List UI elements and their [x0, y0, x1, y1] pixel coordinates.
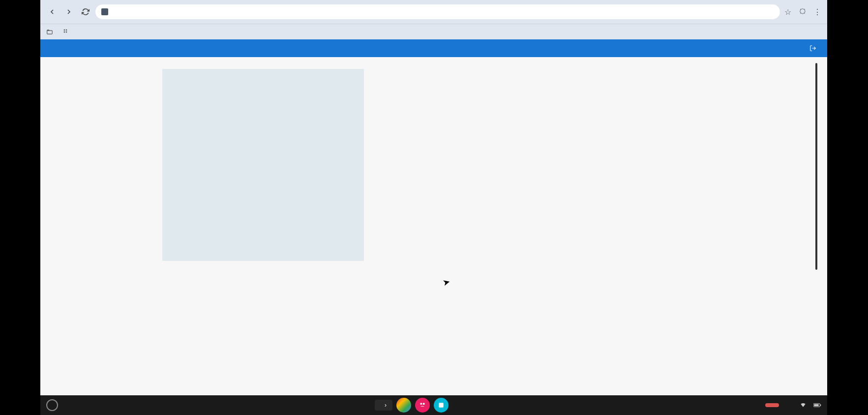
- site-icon: [101, 8, 108, 15]
- wifi-icon[interactable]: [800, 401, 807, 410]
- inequality-graph: [162, 69, 364, 261]
- launcher-button[interactable]: [46, 399, 58, 411]
- svg-rect-2: [64, 31, 65, 32]
- menu-icon[interactable]: ⋮: [812, 7, 822, 17]
- chrome-app-icon[interactable]: [396, 398, 411, 413]
- bookmarks-bar: [40, 24, 827, 39]
- chevron-right-icon: ›: [385, 402, 387, 409]
- browser-toolbar: ☆ ⋮: [40, 0, 827, 24]
- svg-rect-0: [64, 29, 65, 30]
- svg-point-5: [423, 403, 425, 405]
- extensions-icon[interactable]: [798, 7, 808, 17]
- desk-switcher[interactable]: ›: [375, 400, 392, 411]
- address-bar[interactable]: [95, 4, 780, 19]
- svg-point-4: [420, 403, 422, 405]
- page-header: [40, 39, 827, 57]
- content-area: ➤: [40, 57, 827, 395]
- bookmark-cccs[interactable]: [46, 29, 56, 35]
- content-scrollbar[interactable]: [815, 63, 817, 270]
- back-button[interactable]: [45, 5, 59, 19]
- svg-rect-9: [820, 404, 821, 406]
- svg-rect-6: [439, 403, 443, 407]
- svg-rect-8: [814, 404, 818, 406]
- bookmark-apps[interactable]: [63, 29, 70, 35]
- svg-rect-1: [66, 29, 67, 30]
- star-icon[interactable]: ☆: [783, 7, 793, 17]
- svg-rect-3: [66, 31, 67, 32]
- save-exit-button[interactable]: [809, 45, 819, 52]
- reload-button[interactable]: [79, 5, 92, 19]
- signout-button[interactable]: [765, 403, 779, 407]
- battery-icon[interactable]: [813, 402, 821, 409]
- forward-button[interactable]: [62, 5, 76, 19]
- app-icon-2[interactable]: [415, 398, 430, 413]
- os-taskbar: ›: [40, 395, 827, 415]
- app-icon-3[interactable]: [434, 398, 449, 413]
